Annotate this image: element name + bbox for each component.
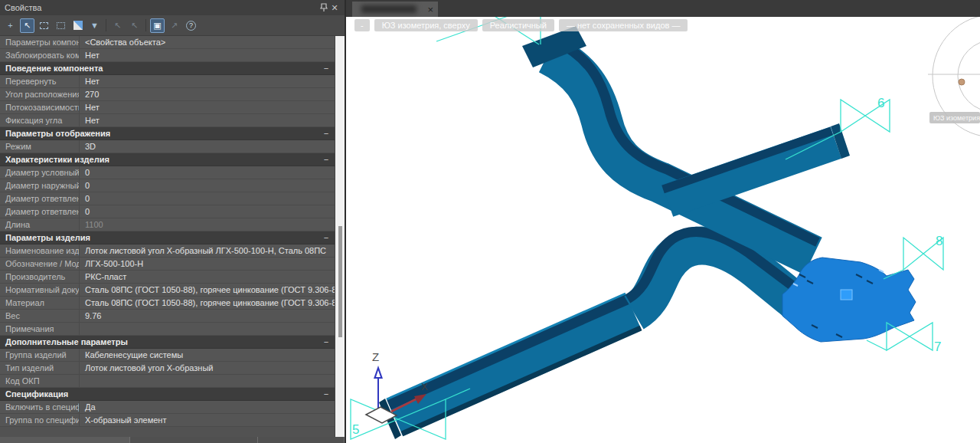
property-value[interactable]: 1100 [80, 220, 335, 229]
collapse-icon[interactable]: − [318, 233, 335, 242]
property-value[interactable]: 9.76 [80, 311, 335, 320]
property-value[interactable]: Да [80, 402, 335, 412]
property-value[interactable]: 0 [80, 168, 335, 177]
visual-style-button[interactable]: Реалистичный [482, 19, 554, 31]
property-row[interactable]: Тип изделийЛоток листовой угол X-образны… [0, 362, 335, 375]
property-row[interactable]: Диаметр ответвлени...0 [0, 205, 335, 218]
property-value[interactable]: <Свойства объекта> [80, 38, 335, 47]
property-row[interactable]: Код ОКП [0, 375, 335, 388]
section-header[interactable]: Спецификация− [0, 388, 335, 401]
property-row[interactable]: Группа изделийКабеленесущие системы [0, 349, 335, 362]
property-value[interactable]: Сталь 08ПС (ГОСТ 1050-88), горячее цинко… [80, 298, 335, 307]
property-row[interactable]: Диаметр условный / ...0 [0, 166, 335, 179]
property-value[interactable]: Кабеленесущие системы [80, 350, 335, 359]
property-value[interactable]: Нет [80, 103, 335, 112]
property-value[interactable]: 270 [80, 90, 335, 99]
selected-x-piece[interactable] [782, 258, 916, 342]
section-header[interactable]: Параметры изделия− [0, 231, 335, 244]
property-value[interactable]: Нет [80, 77, 335, 86]
pin-icon[interactable] [318, 2, 329, 13]
center-grip[interactable] [841, 290, 852, 300]
property-row[interactable]: Диаметр наружный /...0 [0, 179, 335, 192]
property-row[interactable]: Фиксация углаНет [0, 114, 335, 127]
property-label: Группа изделий [0, 349, 80, 361]
select-icon[interactable]: ↖ [20, 18, 34, 33]
property-label: Параметры компонента [0, 36, 80, 48]
property-label: Угол расположения [0, 88, 80, 100]
collapse-icon[interactable]: − [318, 129, 335, 138]
image-preview-icon[interactable]: ▣ [150, 18, 165, 33]
property-row[interactable]: ПеревернутьНет [0, 75, 335, 88]
property-row[interactable]: Параметры компонента<Свойства объекта> [0, 36, 335, 49]
section-header[interactable]: Характеристики изделия− [0, 153, 335, 166]
property-row[interactable]: Обозначение / МодельЛГХ-500-100-Н [0, 258, 335, 271]
z-axis-label: Z [372, 350, 379, 363]
property-row[interactable]: Диаметр ответвлени...0 [0, 192, 335, 205]
property-value[interactable]: Нет [80, 116, 335, 125]
property-row[interactable]: Режим3D [0, 140, 335, 153]
collapse-icon[interactable]: − [318, 64, 335, 73]
property-row[interactable]: Включить в специфи...Да [0, 401, 335, 414]
property-row[interactable]: Угол расположения270 [0, 88, 335, 101]
panel-scrollbar[interactable] [335, 36, 345, 437]
property-value[interactable]: ЛГХ-500-100-Н [80, 259, 335, 268]
filter-icon[interactable]: ▼ [87, 18, 102, 33]
property-row[interactable]: Вес9.76 [0, 310, 335, 323]
viewport-menu-button[interactable]: - [354, 19, 370, 31]
drawing-canvas[interactable]: 5 6 7 8 Z X [346, 0, 980, 443]
collapse-icon[interactable]: − [318, 155, 335, 164]
panel-toolbar: + ↖ ▼ ↖ ↖ ▣ ↗ ? [0, 15, 345, 36]
section-header[interactable]: Поведение компонента− [0, 62, 335, 75]
property-label: Фиксация угла [0, 114, 80, 126]
property-value[interactable]: 0 [80, 181, 335, 190]
property-row[interactable]: Длина1100 [0, 218, 335, 231]
help-icon[interactable]: ? [184, 18, 198, 33]
property-row[interactable]: ПроизводительРКС-пласт [0, 271, 335, 284]
property-row[interactable]: Нормативный документСталь 08ПС (ГОСТ 105… [0, 284, 335, 297]
property-row[interactable]: Заблокировать комп...Нет [0, 49, 335, 62]
tray-model[interactable] [379, 26, 850, 439]
document-tab[interactable]: × [352, 2, 438, 17]
property-row[interactable]: ПотокозависимостьНет [0, 101, 335, 114]
property-label: Нормативный документ [0, 284, 80, 296]
view-name-chip[interactable]: ЮЗ изометрия [929, 112, 980, 123]
property-value[interactable]: 0 [80, 207, 335, 216]
property-value[interactable]: Нет [80, 51, 335, 60]
property-row[interactable]: Примечания [0, 323, 335, 336]
property-value[interactable]: Лоток листовой угол X-образный [80, 363, 335, 372]
secondary-pick-icon[interactable]: ↗ [167, 18, 181, 33]
bottom-strip-segment [130, 437, 258, 443]
property-row[interactable]: МатериалСталь 08ПС (ГОСТ 1050-88), горяч… [0, 297, 335, 310]
add-component-icon[interactable]: + [3, 18, 18, 33]
property-label: Потокозависимость [0, 101, 80, 113]
property-value[interactable]: Сталь 08ПС (ГОСТ 1050-88), горячее цинко… [80, 285, 335, 294]
tab-close-icon[interactable]: × [427, 5, 433, 15]
view-orientation-button[interactable]: ЮЗ изометрия, сверху [374, 19, 478, 31]
property-value[interactable]: 3D [80, 142, 335, 151]
property-row[interactable]: Наименование изделияЛоток листовой угол … [0, 244, 335, 258]
pick-point-icon[interactable]: ↖ [110, 18, 125, 33]
scrollbar-thumb[interactable] [338, 226, 342, 337]
named-views-button[interactable]: — нет сохраненных видов — [559, 19, 688, 31]
property-value[interactable]: РКС-пласт [80, 272, 335, 281]
property-value[interactable]: X-образный элемент [80, 415, 335, 425]
property-label: Вес [0, 310, 80, 322]
collapse-icon[interactable]: − [318, 389, 335, 399]
flip-selection-icon[interactable] [70, 18, 85, 33]
rectangle-select-icon[interactable] [37, 18, 51, 33]
model-scene[interactable]: 5 6 7 8 Z X [346, 0, 980, 443]
properties-grid: Параметры компонента<Свойства объекта> З… [0, 36, 335, 427]
property-label: Режим [0, 140, 80, 153]
view-name-label: ЮЗ изометрия [933, 114, 980, 122]
bottom-strip-segment [258, 437, 345, 443]
close-icon[interactable]: ✕ [329, 2, 340, 13]
property-value[interactable]: 0 [80, 194, 335, 203]
property-row[interactable]: Группа по специфика...X-образный элемент [0, 414, 335, 427]
collapse-icon[interactable]: − [318, 337, 335, 346]
section-header[interactable]: Параметры отображения− [0, 127, 335, 140]
multi-select-icon[interactable] [54, 18, 68, 33]
property-value[interactable]: Лоток листовой угол X-образный ЛГХ-500-1… [80, 246, 335, 255]
section-header[interactable]: Дополнительные параметры− [0, 336, 335, 349]
marker-8[interactable] [884, 238, 943, 279]
apply-pick-icon[interactable]: ↖ [127, 18, 142, 33]
